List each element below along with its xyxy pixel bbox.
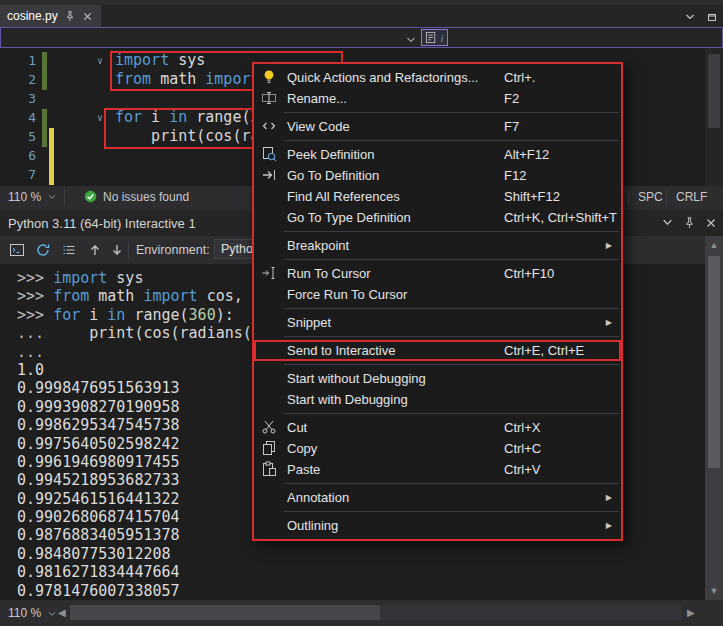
pin-icon[interactable] [683, 215, 696, 233]
menu-item-send-to-interactive[interactable]: Send to InteractiveCtrl+E, Ctrl+E [254, 340, 621, 361]
close-icon[interactable] [82, 10, 94, 22]
menu-item-quick-actions-and-refactorings[interactable]: Quick Actions and Refactorings...Ctrl+. [254, 67, 621, 88]
chevron-down-icon[interactable] [47, 608, 57, 622]
menu-item-start-without-debugging[interactable]: Start without Debugging [254, 368, 621, 389]
menu-icon-placeholder [261, 489, 277, 505]
chevron-down-icon[interactable] [661, 215, 674, 233]
repl-line: 0.984807753012208 [17, 545, 705, 563]
menu-item-copy[interactable]: CopyCtrl+C [254, 438, 621, 459]
menu-separator [284, 231, 619, 232]
scroll-right-icon[interactable]: ▶ [687, 607, 695, 618]
menu-item-annotation[interactable]: Annotation▶ [254, 487, 621, 508]
token: 0.984807753012208 [17, 545, 171, 563]
tab-cosine-py[interactable]: cosine.py [0, 5, 101, 27]
menu-item-go-to-type-definition[interactable]: Go To Type DefinitionCtrl+K, Ctrl+Shift+… [254, 207, 621, 228]
divider [128, 241, 129, 259]
menu-item-rename[interactable]: Rename...F2 [254, 88, 621, 109]
close-icon[interactable] [705, 215, 717, 233]
editor-scrollbar[interactable] [705, 48, 723, 186]
menu-item-view-code[interactable]: View CodeF7 [254, 116, 621, 137]
arrow-up-icon[interactable] [86, 241, 104, 259]
menu-item-label: Quick Actions and Refactorings... [287, 70, 478, 85]
token: 0.9998476951563913 [17, 379, 180, 397]
token: from [53, 287, 89, 305]
submenu-arrow-icon: ▶ [606, 312, 612, 333]
divider [666, 189, 667, 205]
menu-item-go-to-definition[interactable]: Go To DefinitionF12 [254, 165, 621, 186]
rename-icon [261, 90, 277, 106]
whitespace-indicator[interactable]: SPC [638, 190, 663, 204]
menu-item-label: Copy [287, 441, 317, 456]
fold-chevron-icon[interactable]: ∨ [97, 51, 103, 70]
divider [64, 189, 65, 205]
zoom-level[interactable]: 110 % [8, 606, 41, 620]
pin-icon[interactable] [64, 10, 76, 22]
menu-item-label: Start with Debugging [287, 392, 408, 407]
token: >>> [17, 287, 53, 305]
menu-item-cut[interactable]: CutCtrl+X [254, 417, 621, 438]
menu-item-snippet[interactable]: Snippet▶ [254, 312, 621, 333]
menu-item-shortcut: Ctrl+. [504, 67, 535, 88]
token: >>> [17, 269, 53, 287]
menu-item-paste[interactable]: PasteCtrl+V [254, 459, 621, 480]
menu-item-label: Send to Interactive [287, 343, 395, 358]
token: 0.9902680687415704 [17, 508, 180, 526]
menu-item-start-with-debugging[interactable]: Start with Debugging [254, 389, 621, 410]
scrollbar-thumb[interactable] [708, 54, 720, 128]
interactive-scrollbar[interactable]: ▲ ▼ [705, 236, 723, 600]
interactive-window-icon[interactable] [8, 241, 26, 259]
scroll-left-icon[interactable]: ◀ [58, 607, 66, 618]
menu-separator [284, 364, 619, 365]
menu-separator [284, 140, 619, 141]
line-number: 7 [0, 165, 36, 184]
menu-item-label: Snippet [287, 315, 331, 330]
scope-dropdown[interactable]: i [421, 29, 448, 46]
float-window-icon[interactable] [706, 9, 718, 27]
zoom-level[interactable]: 110 % [8, 190, 41, 204]
chevron-down-icon[interactable] [684, 9, 696, 27]
scroll-up-icon[interactable]: ▲ [705, 238, 723, 252]
horizontal-scrollbar[interactable] [70, 605, 682, 620]
line-ending-indicator[interactable]: CRLF [676, 190, 707, 204]
issues-status[interactable]: No issues found [103, 190, 189, 204]
history-icon[interactable] [60, 241, 78, 259]
token: i [80, 306, 107, 324]
scrollbar-thumb[interactable] [70, 605, 380, 620]
navigation-bar: i [0, 27, 723, 48]
menu-item-peek-definition[interactable]: Peek DefinitionAlt+F12 [254, 144, 621, 165]
menu-item-label: Start without Debugging [287, 371, 426, 386]
arrow-down-icon[interactable] [108, 241, 126, 259]
interactive-status-bar: 110 % ◀ ▶ [0, 600, 723, 626]
token: sys [107, 269, 143, 287]
menu-separator [284, 483, 619, 484]
token: 0.9975640502598242 [17, 435, 180, 453]
reset-icon[interactable] [34, 241, 52, 259]
scrollbar-thumb[interactable] [708, 256, 720, 468]
token: 0.9781476007338057 [17, 582, 180, 600]
menu-item-find-all-references[interactable]: Find All ReferencesShift+F12 [254, 186, 621, 207]
menu-item-label: Force Run To Cursor [287, 287, 407, 302]
menu-icon-placeholder [261, 314, 277, 330]
go-to-definition-icon [261, 167, 277, 183]
menu-item-outlining[interactable]: Outlining▶ [254, 515, 621, 536]
token: >>> [17, 306, 53, 324]
menu-item-shortcut: Ctrl+C [504, 438, 541, 459]
fold-chevron-icon[interactable]: ∨ [97, 108, 103, 127]
menu-item-shortcut: F12 [504, 165, 526, 186]
menu-separator [284, 511, 619, 512]
chevron-down-icon[interactable] [47, 191, 57, 205]
token: 360 [189, 306, 216, 324]
cut-icon [261, 419, 277, 435]
menu-item-run-to-cursor[interactable]: Run To CursorCtrl+F10 [254, 263, 621, 284]
token: ... [17, 343, 44, 361]
menu-icon-placeholder [261, 517, 277, 533]
token: 1.0 [17, 361, 44, 379]
token: import [143, 287, 197, 305]
peek-definition-icon [261, 146, 277, 162]
copy-icon [261, 440, 277, 456]
menu-icon-placeholder [261, 342, 277, 358]
menu-item-breakpoint[interactable]: Breakpoint▶ [254, 235, 621, 256]
interactive-titlebar-controls [661, 215, 717, 233]
scroll-down-icon[interactable]: ▼ [705, 584, 723, 598]
menu-item-force-run-to-cursor[interactable]: Force Run To Cursor [254, 284, 621, 305]
